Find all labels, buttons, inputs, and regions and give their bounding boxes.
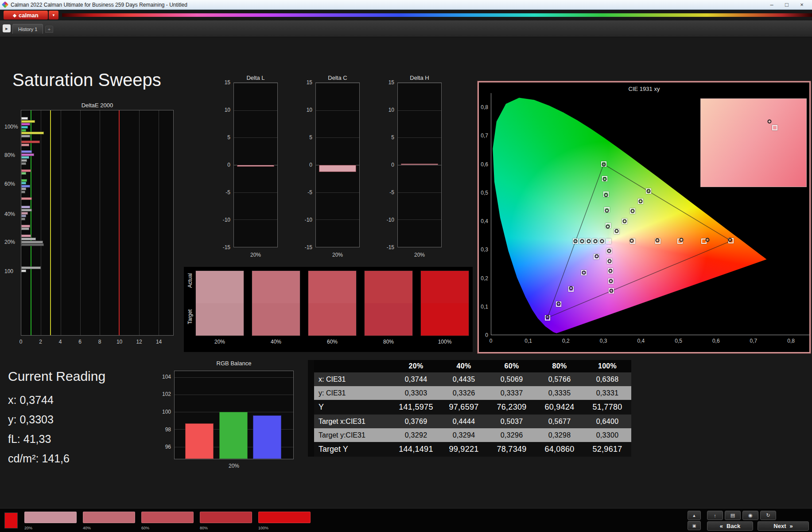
gridline — [398, 83, 441, 83]
delta-bar — [237, 165, 274, 167]
error-bar — [21, 225, 30, 227]
window-titlebar: Calman 2022 Calman Ultimate for Business… — [0, 0, 812, 10]
calman-diamond-icon: ◆ — [13, 13, 16, 18]
table-value: 0,5766 — [536, 376, 583, 383]
next-button[interactable]: Next » — [758, 521, 809, 531]
y-tick-label: 0 — [391, 162, 394, 168]
x-axis-label: 20% — [315, 252, 360, 258]
x-tick-label: 2 — [39, 339, 42, 345]
error-bar — [21, 218, 25, 220]
window-title: Calman 2022 Calman Ultimate for Business… — [11, 2, 187, 8]
main-layout: Saturation Sweeps DeltaE 2000 100%80%60%… — [0, 37, 812, 508]
cie-xticks: 00,10,20,30,40,50,60,70,8 — [491, 338, 810, 345]
rgb-bar-green — [219, 412, 248, 459]
table-value: 51,7780 — [583, 403, 631, 412]
tab-history[interactable]: History 1 — [12, 24, 43, 34]
table-value: 0,5677 — [536, 418, 583, 426]
error-bar — [21, 162, 26, 165]
current-reading-values: x: 0,3744 y: 0,3303 fL: 41,33 cd/m²: 141… — [8, 390, 105, 468]
y-tick-label: 15 — [225, 79, 230, 86]
rgb-ylabels: 1041021009896 — [154, 371, 172, 459]
x-tick-label: 8 — [98, 339, 101, 345]
table-value: 0,5069 — [488, 376, 536, 383]
error-bar — [21, 182, 26, 184]
add-tab-button[interactable]: + — [45, 26, 53, 33]
swatch-column: 80% — [364, 270, 413, 345]
table-row: Y141,597597,659776,230960,942451,7780 — [308, 400, 631, 415]
error-bar — [21, 270, 26, 272]
y-axis-label: 20% — [4, 239, 15, 245]
chart-title: RGB Balance — [174, 360, 294, 367]
x-tick-label: 6 — [78, 339, 82, 345]
report-icon-button[interactable]: ▤ — [725, 511, 741, 520]
gridline — [398, 247, 441, 247]
patch-item[interactable]: 80% — [200, 512, 252, 531]
measured-point — [606, 224, 610, 228]
reference-line — [119, 110, 120, 335]
error-bar — [21, 135, 30, 137]
error-bar — [21, 235, 31, 237]
x-tick-label: 0,7 — [750, 338, 758, 344]
y-tick-label: -5 — [389, 189, 394, 196]
gridline — [316, 247, 359, 247]
delta-c-chart: Delta C 151050-5-10-15 20% — [298, 74, 369, 264]
minimize-button[interactable]: – — [764, 0, 779, 10]
table-value: 76,2309 — [488, 403, 536, 412]
panel-toggle-button[interactable]: ▣ — [688, 521, 701, 530]
patch-item[interactable]: 60% — [141, 512, 194, 531]
table-edge-cell — [308, 442, 314, 457]
column-header: 20% — [392, 362, 440, 370]
row-label: Target y:CIE31 — [314, 431, 392, 439]
measured-point — [603, 177, 607, 181]
deltae-xticks: 02468101214 — [21, 339, 174, 346]
page-title: Saturation Sweeps — [12, 70, 161, 90]
patch-item[interactable]: 100% — [258, 512, 311, 531]
delta-bar — [401, 164, 438, 165]
patch-item[interactable]: 40% — [83, 512, 135, 531]
gridline — [316, 192, 359, 193]
y-tick-label: 15 — [389, 79, 394, 86]
cie1931-panel: CIE 1931 xy 00,10,20,30,40,50,60,70,8 00… — [478, 81, 811, 353]
delta-c-ylabels: 151050-5-10-15 — [298, 82, 314, 247]
error-bar — [21, 153, 34, 156]
y-tick-label: 0,1 — [481, 304, 488, 310]
white-point-marker — [606, 239, 611, 244]
y-tick-label: 0,8 — [481, 104, 488, 110]
table-value: 144,1491 — [392, 445, 440, 454]
gridline — [234, 83, 277, 83]
y-tick-label: 98 — [165, 426, 171, 433]
patch-color — [83, 512, 135, 523]
preview-icon-button[interactable]: ◉ — [742, 511, 758, 520]
history-play-icon-button[interactable]: ▸ — [3, 24, 11, 32]
table-edge-cell — [308, 428, 314, 442]
table-value: 0,3303 — [392, 389, 440, 397]
error-bar — [21, 172, 26, 175]
measured-point — [614, 229, 618, 233]
error-bar — [21, 243, 44, 246]
patch-color — [24, 512, 77, 523]
close-button[interactable]: × — [794, 0, 809, 10]
back-button[interactable]: « Back — [707, 521, 753, 531]
measured-point — [705, 238, 709, 242]
eject-icon-button[interactable]: ↑ — [707, 511, 723, 520]
table-value: 0,3769 — [392, 418, 440, 426]
rgb-bar-red — [185, 423, 214, 459]
collapse-panel-button[interactable]: ▲ — [688, 511, 701, 520]
measured-point — [610, 289, 614, 293]
inset-measured-marker — [767, 120, 771, 124]
error-bar — [21, 215, 26, 217]
delta-l-plot — [233, 82, 278, 247]
measured-point — [608, 259, 612, 263]
patch-item[interactable]: 20% — [24, 512, 77, 531]
maximize-button[interactable]: □ — [779, 0, 794, 10]
chart-title: Delta L — [233, 74, 278, 81]
logo-dropdown-button[interactable]: ▼ — [49, 11, 58, 20]
refresh-icon-button[interactable]: ↻ — [760, 511, 776, 520]
actual-color — [365, 271, 412, 303]
measured-point — [574, 239, 578, 243]
error-bar — [21, 185, 30, 188]
error-bar — [21, 209, 32, 211]
calman-logo-button[interactable]: ◆ calman — [4, 11, 48, 20]
table-edge-cell — [308, 360, 314, 372]
measured-point — [587, 239, 591, 243]
